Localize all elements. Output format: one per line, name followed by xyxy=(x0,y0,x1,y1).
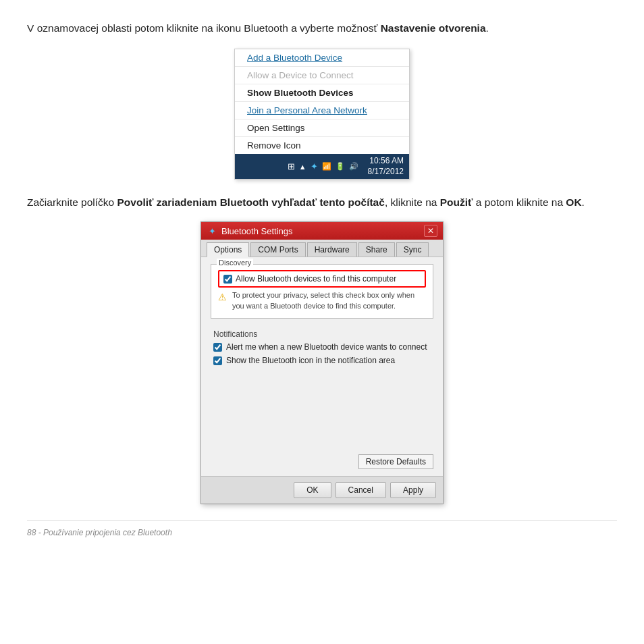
tab-options[interactable]: Options xyxy=(207,242,249,257)
intro-paragraph: V oznamovacej oblasti potom kliknite na … xyxy=(27,20,617,36)
bluetooth-dialog: ✦ Bluetooth Settings ✕ Options COM Ports… xyxy=(200,221,444,504)
intro-bold-text: Nastavenie otvorenia xyxy=(381,22,486,34)
second-text-2: , kliknite na xyxy=(385,196,440,208)
taskbar-icons: ⊞ ▲ ✦ 📶 🔋 🔊 xyxy=(288,161,358,171)
alert-checkbox-label: Alert me when a new Bluetooth device wan… xyxy=(226,342,427,352)
dialog-titlebar-left: ✦ Bluetooth Settings xyxy=(207,225,293,236)
second-text-3: a potom kliknite na xyxy=(473,196,566,208)
allow-discovery-label: Allow Bluetooth devices to find this com… xyxy=(236,274,396,284)
alert-checkbox[interactable] xyxy=(213,343,222,352)
warning-row: ⚠ To protect your privacy, select this c… xyxy=(218,290,426,311)
alert-checkbox-row: Alert me when a new Bluetooth device wan… xyxy=(213,342,431,352)
taskbar-battery-icon: 🔋 xyxy=(336,162,345,171)
taskbar-bluetooth-icon: ✦ xyxy=(311,161,318,171)
dialog-action-buttons: OK Cancel Apply xyxy=(201,476,443,504)
dialog-tabs: Options COM Ports Hardware Share Sync xyxy=(201,240,443,257)
show-icon-checkbox-label: Show the Bluetooth icon in the notificat… xyxy=(226,356,395,365)
discovery-group: Discovery Allow Bluetooth devices to fin… xyxy=(211,264,433,319)
dialog-spacer xyxy=(211,373,433,454)
intro-text-before-bold: V oznamovacej oblasti potom kliknite na … xyxy=(27,22,381,34)
menu-item-show-devices[interactable]: Show Bluetooth Devices xyxy=(235,84,409,101)
context-menu: Add a Bluetooth Device Allow a Device to… xyxy=(234,49,410,180)
taskbar-volume-icon: 🔊 xyxy=(349,162,358,171)
taskbar-arrow-icon: ▲ xyxy=(299,163,306,171)
ok-button[interactable]: OK xyxy=(294,482,331,498)
restore-defaults-button[interactable]: Restore Defaults xyxy=(358,454,433,469)
allow-discovery-checkbox[interactable] xyxy=(223,275,232,284)
second-bold-2: Použiť xyxy=(440,196,473,208)
dialog-titlebar: ✦ Bluetooth Settings ✕ xyxy=(201,222,443,240)
menu-item-add-bluetooth[interactable]: Add a Bluetooth Device xyxy=(235,49,409,66)
menu-item-open-settings[interactable]: Open Settings xyxy=(235,119,409,136)
discovery-legend: Discovery xyxy=(217,259,253,267)
second-bold-3: OK xyxy=(566,196,581,208)
intro-text-after-bold: . xyxy=(486,22,489,34)
taskbar-signal-icon: 📶 xyxy=(322,162,331,171)
second-text-4: . xyxy=(582,196,585,208)
page-caption: 88 - Používanie pripojenia cez Bluetooth xyxy=(27,520,617,537)
tab-hardware[interactable]: Hardware xyxy=(307,242,357,257)
allow-discovery-row: Allow Bluetooth devices to find this com… xyxy=(218,270,426,288)
dialog-close-button[interactable]: ✕ xyxy=(424,225,437,237)
second-bold-1: Povoliť zariadeniam Bluetooth vyhľadať t… xyxy=(117,196,385,208)
second-text-1: Začiarknite políčko xyxy=(27,196,117,208)
taskbar-apps-icon: ⊞ xyxy=(288,161,295,171)
apply-button[interactable]: Apply xyxy=(390,482,436,498)
cancel-button[interactable]: Cancel xyxy=(336,482,386,498)
dialog-title: Bluetooth Settings xyxy=(221,226,293,236)
notifications-label: Notifications xyxy=(213,329,431,339)
taskbar: ⊞ ▲ ✦ 📶 🔋 🔊 10:56 AM 8/17/2012 xyxy=(235,154,409,179)
notifications-section: Notifications Alert me when a new Blueto… xyxy=(211,325,433,373)
dialog-body: Discovery Allow Bluetooth devices to fin… xyxy=(201,257,443,476)
second-paragraph: Začiarknite políčko Povoliť zariadeniam … xyxy=(27,194,617,211)
show-icon-checkbox[interactable] xyxy=(213,356,222,365)
taskbar-time: 10:56 AM 8/17/2012 xyxy=(368,156,404,177)
tab-sync[interactable]: Sync xyxy=(396,242,429,257)
tab-share[interactable]: Share xyxy=(358,242,395,257)
warning-icon: ⚠ xyxy=(218,291,227,304)
context-menu-screenshot: Add a Bluetooth Device Allow a Device to… xyxy=(27,49,617,180)
tab-com-ports[interactable]: COM Ports xyxy=(250,242,305,257)
warning-text: To protect your privacy, select this che… xyxy=(232,290,426,311)
menu-item-personal-area[interactable]: Join a Personal Area Network xyxy=(235,101,409,119)
show-icon-checkbox-row: Show the Bluetooth icon in the notificat… xyxy=(213,356,431,365)
menu-item-remove-icon[interactable]: Remove Icon xyxy=(235,136,409,154)
bluetooth-dialog-screenshot: ✦ Bluetooth Settings ✕ Options COM Ports… xyxy=(27,221,617,504)
bluetooth-title-icon: ✦ xyxy=(207,225,217,236)
menu-item-allow-connect: Allow a Device to Connect xyxy=(235,66,409,84)
restore-defaults-row: Restore Defaults xyxy=(211,454,433,469)
